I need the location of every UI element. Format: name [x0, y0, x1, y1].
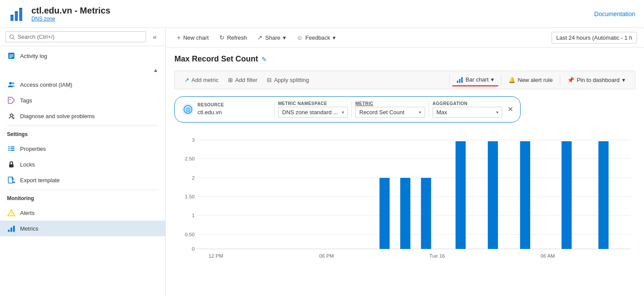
svg-rect-11 — [9, 57, 12, 58]
namespace-field: METRIC NAMESPACE DNS zone standard ... ▾ — [278, 101, 348, 118]
properties-label: Properties — [20, 146, 46, 152]
feedback-label: Feedback — [305, 34, 330, 41]
svg-text:06 PM: 06 PM — [319, 253, 334, 259]
svg-rect-31 — [13, 226, 15, 232]
svg-rect-9 — [9, 54, 14, 55]
svg-rect-59 — [456, 141, 466, 249]
aggregation-dropdown[interactable]: Max ▾ — [433, 107, 502, 118]
svg-point-12 — [9, 82, 12, 85]
metric-value: Record Set Count — [359, 109, 404, 116]
pin-to-dashboard-button[interactable]: 📌 Pin to dashboard ▾ — [563, 75, 630, 85]
page-title: ctl.edu.vn - Metrics — [31, 6, 110, 16]
sidebar-item-locks[interactable]: Locks — [0, 157, 165, 172]
sidebar-item-tags[interactable]: Tags — [0, 92, 165, 108]
share-label: Share — [265, 34, 280, 41]
sidebar-item-export-template[interactable]: Export template — [0, 172, 165, 188]
svg-point-14 — [10, 99, 11, 100]
metric-field-label: METRIC — [355, 101, 425, 106]
svg-rect-62 — [562, 141, 572, 249]
resource-field: RESOURCE — [198, 102, 271, 116]
bar-chart-svg: 3 2.50 2 1.50 1 0.50 0 12 PM 06 PM Tue 1… — [174, 136, 635, 266]
svg-text:3: 3 — [192, 137, 194, 143]
svg-rect-30 — [10, 228, 12, 232]
feedback-button[interactable]: ☺ Feedback ▾ — [292, 31, 340, 44]
svg-text:12 PM: 12 PM — [208, 253, 223, 259]
aggregation-field: AGGREGATION Max ▾ — [433, 101, 502, 118]
monitoring-section-header: Monitoring — [0, 192, 165, 205]
time-range-selector[interactable]: Last 24 hours (Automatic - 1 h — [552, 32, 637, 44]
svg-point-6 — [10, 34, 13, 38]
sidebar-item-diagnose[interactable]: Diagnose and solve problems — [0, 108, 165, 124]
metrics-nav-icon — [7, 224, 16, 233]
search-input[interactable] — [17, 34, 142, 40]
metric-sep-2 — [351, 102, 352, 117]
tags-icon — [7, 96, 16, 105]
add-filter-button[interactable]: ⊞ Add filter — [224, 75, 262, 85]
bell-icon: 🔔 — [508, 77, 515, 83]
svg-rect-22 — [9, 164, 14, 167]
locks-icon — [7, 160, 16, 169]
resource-type-label[interactable]: DNS zone — [31, 16, 110, 22]
sidebar-item-alerts[interactable]: Alerts — [0, 205, 165, 221]
collapse-sidebar-button[interactable]: « — [150, 32, 160, 42]
remove-metric-button[interactable]: ✕ — [508, 105, 513, 113]
share-chevron-icon: ▾ — [283, 34, 286, 41]
aggregation-field-label: AGGREGATION — [433, 101, 502, 106]
chart-toolbar-sep3 — [560, 75, 560, 85]
svg-text:0: 0 — [192, 246, 194, 252]
svg-rect-10 — [9, 56, 14, 57]
metric-dropdown[interactable]: Record Set Count ▾ — [355, 107, 425, 118]
pin-chevron-icon: ▾ — [622, 77, 625, 83]
share-icon: ↗ — [257, 34, 262, 41]
section-divider-monitoring — [7, 190, 158, 190]
diagnose-icon — [7, 112, 16, 120]
svg-rect-58 — [421, 178, 431, 249]
namespace-dropdown[interactable]: DNS zone standard ... ▾ — [278, 107, 348, 118]
documentation-link[interactable]: Documentation — [594, 10, 635, 17]
bar-chart-container: 3 2.50 2 1.50 1 0.50 0 12 PM 06 PM Tue 1… — [174, 131, 635, 276]
svg-text:0.50: 0.50 — [185, 232, 195, 237]
namespace-chevron-icon: ▾ — [342, 110, 344, 115]
metric-sep-3 — [429, 102, 429, 117]
refresh-button[interactable]: ↻ Refresh — [215, 31, 252, 44]
svg-rect-16 — [8, 146, 10, 147]
bar-chart-button[interactable]: Bar chart ▾ — [452, 74, 498, 86]
bar-chart-icon — [457, 76, 463, 83]
svg-point-13 — [12, 82, 14, 85]
tags-label: Tags — [20, 97, 32, 104]
apply-splitting-button[interactable]: ⊟ Apply splitting — [262, 75, 313, 85]
settings-section-header: Settings — [0, 128, 165, 141]
new-alert-rule-button[interactable]: 🔔 New alert rule — [504, 75, 557, 85]
pin-icon: 📌 — [567, 77, 574, 83]
time-range-label: Last 24 hours (Automatic - 1 h — [556, 34, 632, 41]
properties-icon — [7, 144, 16, 153]
sidebar-item-access-control[interactable]: Access control (IAM) — [0, 77, 165, 92]
filter-icon: ⊞ — [228, 77, 233, 83]
add-filter-label: Add filter — [235, 77, 257, 83]
svg-rect-0 — [10, 16, 14, 21]
svg-rect-19 — [10, 148, 14, 149]
metric-selector-row: 🌐 RESOURCE METRIC NAMESPACE DNS zone sta… — [174, 96, 521, 122]
settings-section-title: Settings — [7, 131, 27, 137]
sidebar-item-metrics[interactable]: Metrics — [0, 221, 165, 236]
share-button[interactable]: ↗ Share ▾ — [253, 31, 290, 44]
svg-rect-57 — [400, 178, 410, 249]
sidebar-item-activity-log[interactable]: Activity log — [0, 48, 165, 64]
svg-point-15 — [13, 117, 14, 119]
export-template-icon — [7, 176, 16, 184]
new-chart-button[interactable]: + New chart — [173, 31, 213, 44]
edit-title-icon[interactable]: ✎ — [262, 56, 267, 63]
svg-rect-56 — [379, 178, 389, 249]
nav-section-collapse[interactable]: ▲ — [0, 64, 165, 77]
search-box[interactable] — [5, 31, 146, 42]
add-metric-button[interactable]: ↗ Add metric — [180, 75, 223, 85]
resource-field-input[interactable] — [198, 108, 271, 116]
svg-rect-34 — [459, 79, 460, 83]
sidebar-item-properties[interactable]: Properties — [0, 141, 165, 157]
svg-rect-28 — [11, 215, 12, 216]
svg-text:2: 2 — [192, 175, 194, 180]
svg-rect-60 — [488, 141, 498, 249]
section-divider-settings — [7, 126, 158, 126]
new-chart-label: New chart — [183, 34, 209, 41]
svg-rect-20 — [8, 150, 10, 151]
